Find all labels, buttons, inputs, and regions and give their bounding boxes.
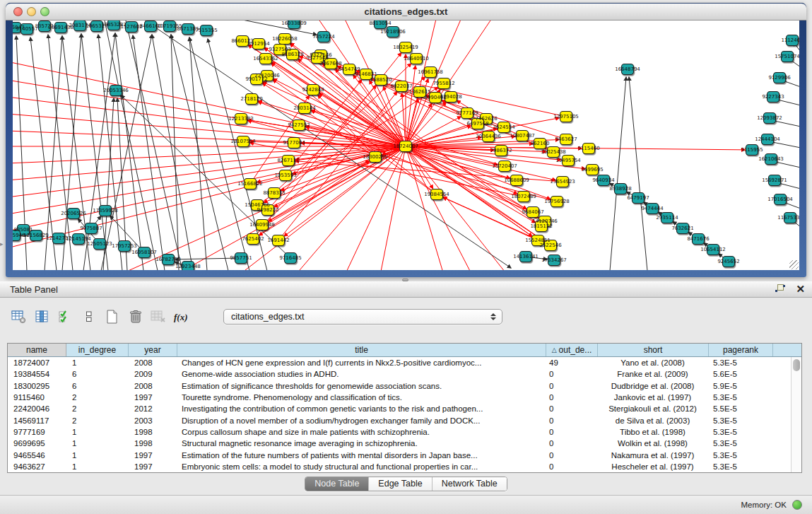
cell-pagerank[interactable]: 5.3E-5 <box>709 416 773 425</box>
column-header-name[interactable]: name <box>8 344 66 356</box>
table-row[interactable]: 1872400712008Changes of HCN gene express… <box>8 357 801 368</box>
cell-short[interactable]: Stergiakouli et al. (2012) <box>598 404 709 413</box>
cell-name[interactable]: 18724007 <box>8 358 66 367</box>
cell-out-de-[interactable]: 0 <box>546 416 598 425</box>
black-edge[interactable] <box>101 35 152 270</box>
cell-name[interactable]: 9777169 <box>8 428 66 436</box>
column-header-title[interactable]: title <box>177 344 546 356</box>
black-edge[interactable] <box>629 77 647 270</box>
cell-year[interactable]: 1998 <box>129 439 177 448</box>
black-edge[interactable] <box>115 33 143 270</box>
node-table[interactable]: namein_degreeyeartitle△out_de...shortpag… <box>7 343 802 473</box>
table-row[interactable]: 977716911998Corpus callosum shape and si… <box>8 426 801 438</box>
cell-title[interactable]: Disruption of a novel member of a sodium… <box>177 416 546 425</box>
cell-in-degree[interactable]: 1 <box>66 358 129 367</box>
cell-year[interactable]: 1998 <box>129 428 177 436</box>
column-header-pagerank[interactable]: pagerank <box>709 344 773 356</box>
table-scrollbar-thumb[interactable] <box>793 359 800 371</box>
black-edge[interactable] <box>105 21 158 270</box>
tab-node-table[interactable]: Node Table <box>305 477 368 491</box>
cell-in-degree[interactable]: 1 <box>66 439 129 448</box>
cell-year[interactable]: 2008 <box>129 382 177 390</box>
cell-name[interactable]: 9115460 <box>8 393 66 402</box>
black-edge[interactable] <box>175 258 238 259</box>
citation-network-graph[interactable]: 1660479140557835721206914362083174106532… <box>13 21 799 270</box>
cell-short[interactable]: Jankovic et al. (1997) <box>598 393 709 402</box>
new-table-icon[interactable] <box>103 308 122 325</box>
cell-name[interactable]: 14569117 <box>8 416 66 425</box>
red-edge[interactable] <box>380 146 406 270</box>
cell-year[interactable]: 2009 <box>129 370 177 378</box>
tab-edge-table[interactable]: Edge Table <box>368 477 431 491</box>
cell-title[interactable]: Investigating the contribution of common… <box>177 404 546 413</box>
table-row[interactable]: 2242004622012Investigating the contribut… <box>8 403 801 414</box>
cell-out-de-[interactable]: 0 <box>546 439 598 448</box>
cell-title[interactable]: Structural magnetic resonance image aver… <box>177 439 546 448</box>
cell-title[interactable]: Corpus callosum shape and size in male p… <box>177 428 546 436</box>
cell-pagerank[interactable]: 5.3E-5 <box>709 451 773 460</box>
black-edge[interactable] <box>133 35 165 270</box>
select-columns-icon[interactable] <box>33 308 52 325</box>
cell-pagerank[interactable]: 5.3E-5 <box>709 358 773 367</box>
black-edge[interactable] <box>610 77 626 270</box>
cell-in-degree[interactable]: 2 <box>66 416 129 425</box>
table-panel-header[interactable]: Table Panel ✕ <box>0 281 812 298</box>
cell-title[interactable]: Estimation of significance thresholds fo… <box>177 382 546 390</box>
cell-year[interactable]: 1997 <box>129 393 177 402</box>
cell-out-de-[interactable]: 0 <box>546 370 598 378</box>
table-row[interactable]: 969969511998Structural magnetic resonanc… <box>8 438 801 449</box>
table-body[interactable]: 1872400712008Changes of HCN gene express… <box>8 357 801 472</box>
cell-pagerank[interactable]: 5.9E-5 <box>709 382 773 390</box>
cell-in-degree[interactable]: 1 <box>66 462 129 471</box>
cell-name[interactable]: 19384554 <box>8 370 66 378</box>
column-header-short[interactable]: short <box>598 344 709 356</box>
cell-short[interactable]: Wolkin et al. (1998) <box>598 439 709 448</box>
cell-short[interactable]: Tibbo et al. (1998) <box>598 428 709 436</box>
table-row[interactable]: 911546021997Tourette syndrome. Phenomeno… <box>8 392 801 403</box>
cell-name[interactable]: 18300295 <box>8 382 66 390</box>
select-rows-check-icon[interactable] <box>57 308 75 325</box>
cell-year[interactable]: 1997 <box>129 462 177 471</box>
cell-pagerank[interactable]: 5.3E-5 <box>709 462 773 471</box>
cell-name[interactable]: 22420046 <box>8 404 66 413</box>
table-scrollbar[interactable] <box>791 357 801 472</box>
table-row[interactable]: 1830029562008Estimation of significance … <box>8 380 801 392</box>
table-row[interactable]: 946362711997Embryonic stem cells: a mode… <box>8 461 801 472</box>
black-edge[interactable] <box>81 34 108 270</box>
window-resize-handle[interactable] <box>789 260 799 269</box>
cell-title[interactable]: Changes of HCN gene expression and I(f) … <box>177 358 546 367</box>
cell-in-degree[interactable]: 2 <box>66 404 129 413</box>
table-row[interactable]: 1938455462009Genome-wide association stu… <box>8 368 801 380</box>
tab-network-table[interactable]: Network Table <box>432 477 507 491</box>
cell-title[interactable]: Genome-wide association studies in ADHD. <box>177 370 546 378</box>
cell-in-degree[interactable]: 1 <box>66 428 129 436</box>
cell-pagerank[interactable]: 5.3E-5 <box>709 428 773 436</box>
red-edge[interactable] <box>406 146 444 270</box>
cell-pagerank[interactable]: 5.6E-5 <box>709 370 773 378</box>
cell-out-de-[interactable]: 0 <box>546 462 598 471</box>
cell-year[interactable]: 2008 <box>129 358 177 367</box>
cell-short[interactable]: de Silva et al. (2003) <box>598 416 709 425</box>
cell-year[interactable]: 1997 <box>129 451 177 460</box>
delete-table-icon[interactable] <box>150 308 168 325</box>
table-row[interactable]: 946554611997Estimation of the future num… <box>8 449 801 460</box>
function-builder-icon[interactable]: f(x) <box>173 308 192 325</box>
row-height-icon[interactable] <box>80 308 98 325</box>
cell-pagerank[interactable]: 5.5E-5 <box>709 404 773 413</box>
cell-in-degree[interactable]: 6 <box>66 370 129 378</box>
column-header-out-de-[interactable]: △out_de... <box>546 344 598 356</box>
black-edge[interactable] <box>126 21 182 270</box>
cell-out-de-[interactable]: 0 <box>546 382 598 390</box>
table-header-row[interactable]: namein_degreeyeartitle△out_de...shortpag… <box>8 344 801 357</box>
cell-in-degree[interactable]: 2 <box>66 393 129 402</box>
cell-title[interactable]: Estimation of the future numbers of pati… <box>177 451 546 460</box>
cell-pagerank[interactable]: 5.3E-5 <box>709 439 773 448</box>
column-header-in-degree[interactable]: in_degree <box>66 344 129 356</box>
cell-out-de-[interactable]: 49 <box>546 358 598 367</box>
table-row[interactable]: 1456911722003Disruption of a novel membe… <box>8 414 801 426</box>
cell-short[interactable]: Nakamura et al. (1997) <box>598 451 709 460</box>
cell-out-de-[interactable]: 0 <box>546 404 598 413</box>
black-edge[interactable] <box>171 35 228 270</box>
cell-out-de-[interactable]: 0 <box>546 451 598 460</box>
cell-in-degree[interactable]: 6 <box>66 382 129 390</box>
